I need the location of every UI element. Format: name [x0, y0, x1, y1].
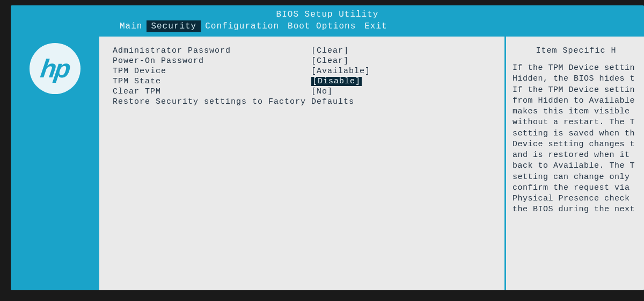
- bios-window: BIOS Setup Utility Main Security Configu…: [11, 5, 644, 290]
- setting-value: [Clear]: [311, 46, 349, 55]
- setting-poweron-password[interactable]: Power-On Password [Clear]: [113, 56, 491, 66]
- setting-value: [No]: [311, 87, 333, 96]
- brand-logo-container: hp: [30, 43, 83, 97]
- menu-configuration[interactable]: Configuration: [201, 20, 283, 32]
- setting-value: [Clear]: [311, 56, 349, 66]
- setting-value-selected: [Disable]: [311, 77, 362, 86]
- setting-label: TPM State: [113, 77, 311, 86]
- help-panel: Item Specific H If the TPM Device settin…: [506, 37, 644, 290]
- hp-logo-icon: hp: [30, 43, 80, 94]
- menu-boot-options[interactable]: Boot Options: [283, 20, 360, 32]
- settings-panel: Administrator Password [Clear] Power-On …: [99, 37, 506, 290]
- menu-main[interactable]: Main: [115, 20, 147, 32]
- setting-label: TPM Device: [113, 67, 311, 76]
- menu-bar: Main Security Configuration Boot Options…: [11, 20, 644, 32]
- setting-admin-password[interactable]: Administrator Password [Clear]: [113, 46, 491, 55]
- content-area: Administrator Password [Clear] Power-On …: [99, 37, 644, 290]
- setting-value: [Available]: [311, 67, 370, 76]
- setting-label: Administrator Password: [113, 46, 311, 55]
- action-restore-defaults[interactable]: Restore Security settings to Factory Def…: [113, 97, 491, 106]
- hp-logo-text: hp: [39, 54, 71, 83]
- menu-security[interactable]: Security: [147, 20, 201, 32]
- setting-label: Power-On Password: [113, 56, 311, 66]
- setting-tpm-state[interactable]: TPM State [Disable]: [113, 77, 491, 86]
- bios-title: BIOS Setup Utility: [11, 5, 644, 20]
- setting-tpm-device[interactable]: TPM Device [Available]: [113, 67, 491, 76]
- menu-exit[interactable]: Exit: [360, 20, 391, 32]
- help-title: Item Specific H: [513, 46, 640, 55]
- setting-clear-tpm[interactable]: Clear TPM [No]: [113, 87, 491, 96]
- help-text: If the TPM Device settin Hidden, the BIO…: [513, 63, 640, 216]
- setting-label: Clear TPM: [113, 87, 311, 96]
